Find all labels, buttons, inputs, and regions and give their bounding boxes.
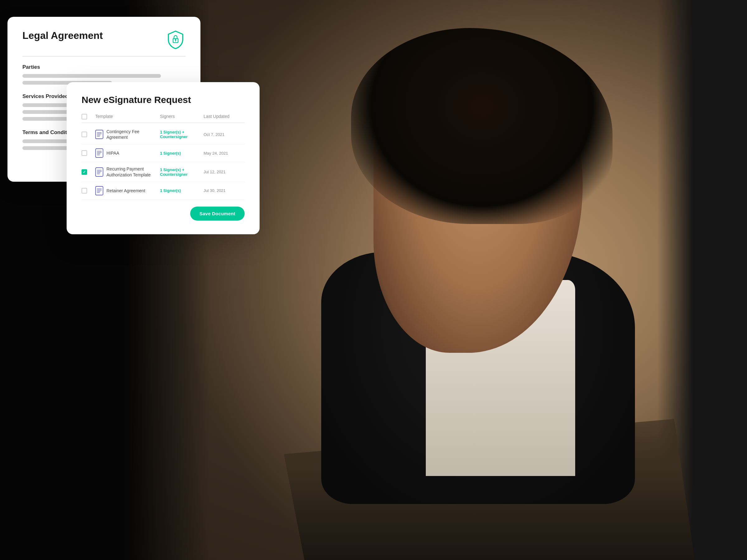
- parties-label: Parties: [22, 64, 185, 70]
- shield-lock-icon: [167, 30, 184, 49]
- row4-date: Jul 30, 2021: [204, 188, 244, 193]
- save-document-button[interactable]: Save Document: [190, 207, 244, 220]
- legal-divider: [22, 56, 185, 57]
- table-row: Retainer Agreement 1 Signer(s) Jul 30, 2…: [81, 182, 244, 200]
- select-all-checkbox[interactable]: [81, 114, 87, 119]
- row4-doc-icon: [95, 186, 103, 195]
- row3-checkbox[interactable]: [81, 169, 87, 175]
- svg-rect-18: [96, 186, 103, 195]
- row4-template-name: Retainer Agreement: [106, 188, 145, 193]
- parties-line-1: [22, 74, 161, 78]
- table-row: HIPAA 1 Signer(s) May 24, 2021: [81, 144, 244, 162]
- parties-section: Parties: [22, 64, 185, 85]
- row1-template-name: Contingency Fee Agreement: [106, 129, 157, 140]
- shield-icon-container: [165, 30, 185, 50]
- row3-doc-icon: [95, 167, 103, 177]
- row2-date: May 24, 2021: [204, 151, 244, 156]
- esignature-card: New eSignature Request Template Signers …: [67, 82, 260, 234]
- row1-template-cell: Contingency Fee Agreement: [95, 129, 157, 140]
- row4-signers: 1 Signer(s): [160, 188, 201, 193]
- row1-checkbox[interactable]: [81, 132, 87, 137]
- row4-checkbox[interactable]: [81, 188, 87, 193]
- col-signers: Signers: [160, 114, 201, 119]
- row3-date: Jul 12, 2021: [204, 169, 244, 174]
- legal-agreement-title: Legal Agreement: [22, 30, 103, 42]
- esig-title: New eSignature Request: [81, 95, 244, 105]
- save-btn-row: Save Document: [81, 207, 244, 220]
- row2-template-cell: HIPAA: [95, 149, 157, 158]
- cards-container: Legal Agreement Parties Services Provide…: [7, 17, 515, 437]
- table-row: Contingency Fee Agreement 1 Signer(s) + …: [81, 125, 244, 144]
- row2-doc-icon: [95, 149, 103, 158]
- row2-signers: 1 Signer(s): [160, 151, 201, 156]
- table-header: Template Signers Last Updated: [81, 114, 244, 123]
- row1-signers: 1 Signer(s) + Countersigner: [160, 130, 201, 139]
- row1-date: Oct 7, 2021: [204, 132, 244, 137]
- svg-rect-3: [96, 130, 103, 139]
- col-last-updated: Last Updated: [204, 114, 244, 119]
- col-template: Template: [95, 114, 157, 119]
- row3-template-cell: Recurring Payment Authorization Template: [95, 166, 157, 177]
- row3-signers: 1 Signer(s) + Countersigner: [160, 167, 201, 177]
- row2-checkbox[interactable]: [81, 150, 87, 156]
- table-row: Recurring Payment Authorization Template…: [81, 162, 244, 182]
- legal-card-header: Legal Agreement: [22, 30, 185, 50]
- row1-doc-icon: [95, 130, 103, 139]
- row2-template-name: HIPAA: [106, 150, 119, 156]
- row4-template-cell: Retainer Agreement: [95, 186, 157, 195]
- svg-rect-13: [96, 168, 103, 177]
- svg-rect-8: [96, 149, 103, 157]
- row3-template-name: Recurring Payment Authorization Template: [106, 166, 157, 177]
